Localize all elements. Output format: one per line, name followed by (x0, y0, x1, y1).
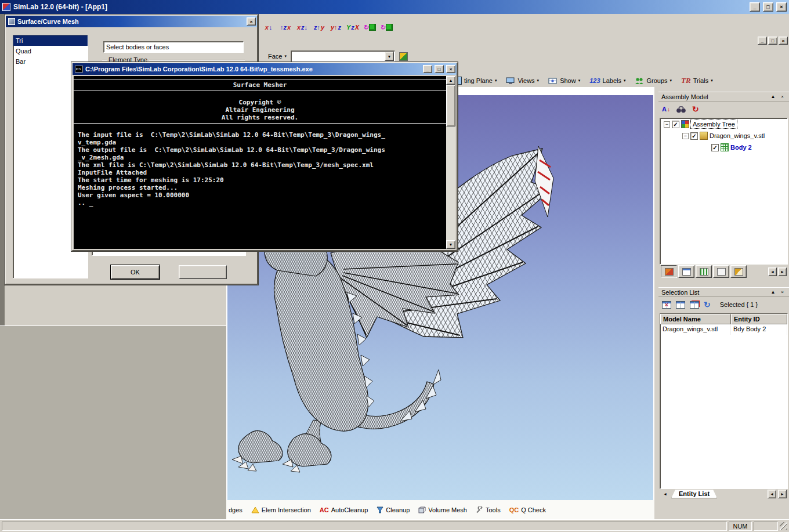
restore-button[interactable]: □ (763, 2, 773, 12)
panel-tab-mesh[interactable] (696, 265, 712, 278)
tree-node-label[interactable]: Assembly Tree (691, 120, 737, 128)
console-restore-icon[interactable]: □ (435, 65, 444, 73)
console-close-icon[interactable]: × (446, 65, 455, 73)
clear-selection-icon[interactable]: × (662, 301, 671, 309)
qc-icon: QC (509, 506, 519, 513)
console-title-bar[interactable]: C:\ C:\Program Files\SimLab Corporation\… (73, 63, 457, 75)
q-check-button[interactable]: QC Q Check (509, 506, 546, 513)
combo-dropdown-icon[interactable]: ▼ (385, 52, 394, 61)
spin-model-icon[interactable]: ↻ (362, 16, 377, 31)
refresh-selection-icon[interactable]: ↻ (704, 300, 711, 309)
view-isometric-icon[interactable]: YzX (345, 16, 360, 31)
sheet-scroll-left-icon[interactable]: ◄ (768, 490, 776, 498)
panel-close-icon[interactable]: × (779, 288, 786, 296)
assembly-tree[interactable]: − ✓ Assembly Tree − ✓ Dragon_wings_v.stl… (660, 118, 788, 265)
autocleanup-button[interactable]: AC AutoCleanup (320, 506, 368, 513)
dialog-close-icon[interactable]: × (247, 17, 256, 26)
minimize-button[interactable]: _ (750, 2, 760, 12)
selection-table-alt-icon[interactable] (690, 301, 699, 309)
volume-mesh-button[interactable]: Volume Mesh (418, 506, 467, 513)
tools-button[interactable]: Tools (476, 506, 501, 513)
panel-tab-table[interactable] (678, 265, 694, 278)
mesher-console-window: C:\ C:\Program Files\SimLab Corporation\… (71, 62, 458, 251)
collapse-node-icon[interactable]: − (664, 121, 670, 128)
view-y-z-up-icon[interactable]: y↑z (328, 16, 343, 31)
labels-button[interactable]: 123 Labels ▾ (589, 77, 625, 84)
collapse-node-icon[interactable]: − (682, 133, 689, 139)
scroll-down-icon[interactable]: ▼ (446, 240, 455, 249)
tab-entity-list[interactable]: Entity List (671, 490, 717, 498)
cell-model-name[interactable]: Dragon_wings_v.stl (660, 324, 731, 335)
groups-button[interactable]: Groups ▾ (635, 77, 672, 85)
cutting-plane-icon (458, 77, 462, 85)
tabs-scroll-right-icon[interactable]: ► (778, 267, 787, 276)
pick-face-icon[interactable] (399, 52, 408, 61)
main-toolbar: ting Plane ▾ Views ▾ Show ▾ 123 Labels ▾… (458, 74, 713, 87)
status-message-area (2, 522, 727, 531)
console-scrollbar[interactable]: ▲ ▼ (446, 76, 455, 249)
sort-button[interactable]: A↓ (662, 106, 670, 113)
tree-node-label[interactable]: Dragon_wings_v.stl (710, 132, 765, 139)
show-button[interactable]: Show ▾ (548, 77, 580, 85)
panel-close-icon[interactable]: × (779, 93, 786, 100)
tree-row-assembly[interactable]: − ✓ Assembly Tree (660, 118, 787, 130)
panel-tab-props[interactable] (730, 265, 747, 278)
elem-intersection-button[interactable]: Elem Intersection (251, 506, 311, 513)
sheet-nav-left-icon[interactable]: ◄ (661, 490, 669, 498)
find-icon[interactable] (676, 106, 686, 113)
tree-row-body[interactable]: ✓ Body 2 (660, 142, 787, 153)
view-z-up-x-icon[interactable]: ↑zx (278, 16, 293, 31)
console-line: InputFile Attached (74, 169, 446, 176)
view-z-up-y-icon[interactable]: z↑y (312, 16, 327, 31)
tree-node-label[interactable]: Body 2 (730, 144, 752, 151)
spin-model-alt-icon[interactable]: ↻ (379, 16, 394, 31)
resize-grip[interactable] (780, 522, 787, 530)
left-lower-panel (5, 285, 226, 325)
face-selector-bar: Face ▾ ▼ (268, 50, 408, 63)
visibility-checkbox[interactable]: ✓ (672, 121, 679, 128)
cell-entity-id[interactable]: Bdy Body 2 (731, 324, 787, 335)
visibility-checkbox[interactable]: ✓ (711, 144, 719, 151)
tabs-scroll-left-icon[interactable]: ◄ (768, 267, 777, 276)
scrollbar-thumb[interactable] (446, 85, 455, 126)
list-item-tri[interactable]: Tri (13, 35, 88, 46)
selection-table-icon[interactable] (676, 301, 685, 309)
mdi-window-controls: _ □ × (758, 37, 788, 45)
trials-button[interactable]: TR Trials ▾ (681, 76, 713, 85)
selection-table[interactable]: Model Name Entity ID Dragon_wings_v.stl … (660, 313, 788, 489)
ok-button[interactable]: OK (111, 265, 160, 279)
visibility-checkbox[interactable]: ✓ (690, 132, 698, 140)
column-header-model-name[interactable]: Model Name (660, 314, 731, 324)
face-filter-dropdown[interactable]: Face ▾ (268, 53, 287, 60)
refresh-icon[interactable]: ↻ (692, 104, 699, 114)
panel-tab-doc[interactable] (713, 265, 729, 278)
panel-collapse-icon[interactable]: ▲ (769, 93, 777, 100)
panel-tab-tree[interactable] (661, 265, 677, 278)
panel-collapse-icon[interactable]: ▲ (769, 288, 777, 296)
close-button[interactable]: × (776, 2, 787, 12)
select-bodies-field[interactable]: Select bodies or faces (103, 41, 244, 53)
view-x-z-down-icon[interactable]: xz↓ (295, 16, 310, 31)
column-header-entity-id[interactable]: Entity ID (731, 314, 787, 324)
cutting-plane-button[interactable]: ting Plane ▾ (458, 77, 497, 85)
table-row[interactable]: Dragon_wings_v.stl Bdy Body 2 (660, 324, 787, 335)
sheet-scroll-right-icon[interactable]: ► (778, 490, 787, 498)
monitor-icon (506, 77, 515, 85)
scroll-up-icon[interactable]: ▲ (446, 76, 455, 85)
mdi-close-button[interactable]: × (779, 37, 788, 45)
dialog-title-bar[interactable]: Surface/Curve Mesh × (6, 16, 257, 27)
edges-button[interactable]: dges (229, 506, 243, 513)
scrollbar-track[interactable] (446, 85, 455, 240)
cancel-button[interactable] (179, 265, 227, 279)
tree-row-model[interactable]: − ✓ Dragon_wings_v.stl (660, 130, 787, 142)
mdi-restore-button[interactable]: □ (768, 37, 777, 45)
cleanup-button[interactable]: Cleanup (377, 506, 410, 513)
dialog-icon (8, 18, 15, 25)
console-minimize-icon[interactable]: _ (423, 65, 432, 73)
mdi-minimize-button[interactable]: _ (758, 37, 767, 45)
list-item-quad[interactable]: Quad (13, 46, 88, 56)
views-button[interactable]: Views ▾ (506, 77, 539, 85)
view-x-down-icon[interactable]: x↓ (261, 16, 276, 31)
face-combo-box[interactable]: ▼ (291, 50, 395, 62)
console-heading: Surface Mesher (74, 81, 446, 89)
